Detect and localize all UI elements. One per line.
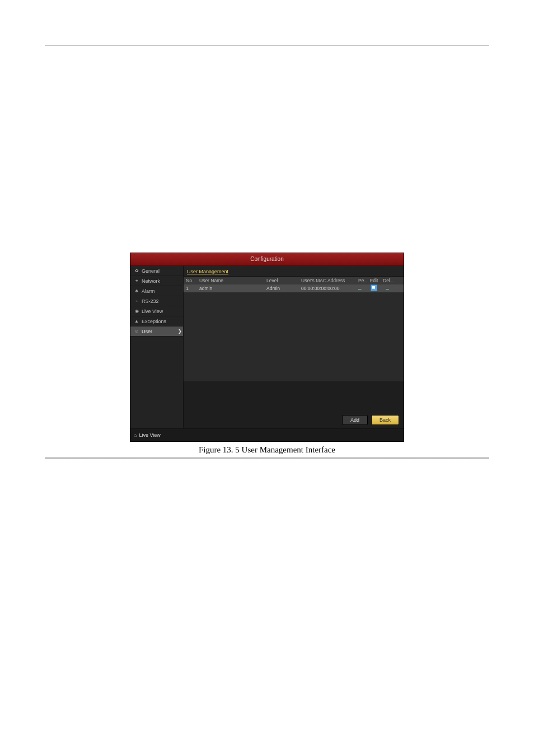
col-header-edit[interactable]: Edit [367, 278, 381, 283]
alarm-icon: ♣ [134, 288, 139, 294]
live-view-label: Live View [139, 432, 160, 438]
sidebar-item-label: User [142, 329, 152, 334]
sidebar-item-liveview[interactable]: ◉ Live View [130, 306, 183, 316]
serial-icon: ⌁ [134, 298, 139, 304]
sidebar-item-user[interactable]: ☺ User ❯ [130, 326, 183, 337]
window-titlebar: Configuration [130, 253, 404, 266]
sidebar-item-alarm[interactable]: ♣ Alarm [130, 286, 183, 296]
sidebar: ✿ General ⚭ Network ♣ Alarm ⌁ RS-232 ◉ [130, 266, 184, 428]
config-window: Configuration ✿ General ⚭ Network ♣ Alar… [130, 253, 404, 442]
tabbar: User Management [184, 266, 404, 277]
sidebar-item-label: RS-232 [142, 298, 159, 304]
table-header-row: No. User Name Level User's MAC Address P… [184, 277, 404, 284]
cell-name: admin [197, 286, 264, 291]
col-header-no[interactable]: No. [184, 278, 197, 283]
user-table: No. User Name Level User's MAC Address P… [184, 277, 404, 381]
window-body: ✿ General ⚭ Network ♣ Alarm ⌁ RS-232 ◉ [130, 266, 404, 428]
bottom-bar: ⌂ Live View [130, 428, 404, 441]
footer-area: Add Back [184, 381, 404, 428]
cell-del: – [381, 286, 394, 292]
tab-user-management[interactable]: User Management [187, 269, 228, 276]
eye-icon: ◉ [134, 309, 139, 314]
edit-icon [371, 284, 377, 291]
sidebar-item-label: General [142, 268, 160, 274]
col-header-del[interactable]: Del... [381, 278, 394, 283]
table-row[interactable]: 1 admin Admin 00:00:00:00:00:00 – – [184, 284, 404, 292]
sidebar-item-label: Alarm [142, 288, 155, 294]
col-header-name[interactable]: User Name [197, 278, 264, 283]
sidebar-item-rs232[interactable]: ⌁ RS-232 [130, 296, 183, 306]
col-header-pe[interactable]: Pe... [356, 278, 367, 283]
cell-mac: 00:00:00:00:00:00 [299, 286, 356, 291]
sidebar-item-general[interactable]: ✿ General [130, 266, 183, 276]
sidebar-item-network[interactable]: ⚭ Network [130, 276, 183, 286]
sidebar-item-label: Live View [142, 309, 163, 314]
sidebar-item-label: Exceptions [142, 319, 166, 324]
gear-icon: ✿ [134, 268, 139, 274]
network-icon: ⚭ [134, 278, 139, 284]
col-header-mac[interactable]: User's MAC Address [299, 278, 356, 283]
cell-level: Admin [264, 286, 299, 291]
sidebar-item-label: Network [142, 278, 160, 284]
table-empty-area [184, 292, 404, 381]
back-button[interactable]: Back [371, 415, 399, 425]
home-icon: ⌂ [134, 432, 137, 438]
live-view-link[interactable]: ⌂ Live View [134, 432, 161, 438]
main-panel: User Management No. User Name Level User… [184, 266, 404, 428]
add-button[interactable]: Add [342, 415, 368, 425]
footer-buttons: Add Back [342, 415, 399, 425]
warning-icon: ▲ [134, 319, 139, 324]
cell-edit[interactable] [367, 284, 381, 292]
cell-pe: – [356, 286, 367, 292]
sidebar-item-exceptions[interactable]: ▲ Exceptions [130, 316, 183, 326]
figure-caption: Figure 13. 5 User Management Interface [130, 445, 404, 455]
window-title: Configuration [250, 256, 283, 262]
user-icon: ☺ [134, 329, 139, 334]
chevron-right-icon: ❯ [178, 329, 182, 334]
cell-no: 1 [184, 286, 197, 291]
col-header-level[interactable]: Level [264, 278, 299, 283]
